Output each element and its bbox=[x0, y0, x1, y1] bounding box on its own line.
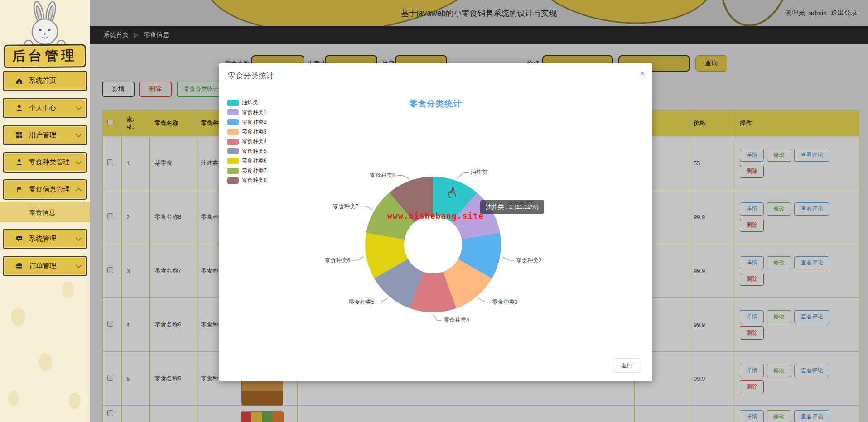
legend-swatch bbox=[227, 119, 239, 125]
sidebar-item-label: 用户管理 bbox=[29, 131, 56, 139]
slice-label: 零食种类2 bbox=[516, 257, 542, 264]
chevron-down-icon bbox=[76, 235, 82, 241]
donut-hole bbox=[404, 216, 462, 273]
sidebar-item-0[interactable]: 系统首页 bbox=[3, 71, 87, 91]
row-checkbox[interactable] bbox=[107, 410, 113, 416]
breadcrumb: 系统首页 ▷ 零食信息 bbox=[90, 26, 868, 44]
row-checkbox[interactable] bbox=[107, 321, 113, 327]
logout-link[interactable]: 退出登录 bbox=[831, 9, 857, 17]
close-icon[interactable]: × bbox=[640, 69, 645, 78]
breadcrumb-home[interactable]: 系统首页 bbox=[103, 31, 129, 39]
detail-button[interactable]: 详情 bbox=[740, 410, 764, 422]
slice-label: 零食种类8 bbox=[370, 172, 395, 178]
detail-button[interactable]: 详情 bbox=[740, 256, 764, 269]
sidebar-subitem[interactable]: 零食信息 bbox=[0, 202, 90, 222]
view-comments-button[interactable]: 查看评论 bbox=[794, 202, 829, 216]
watermark-text: www.bishebang.site bbox=[219, 211, 652, 221]
row-index bbox=[122, 406, 150, 422]
sidebar-item-2[interactable]: 用户管理 bbox=[3, 125, 87, 145]
sidebar-menu: 系统首页个人中心用户管理零食种类管理零食信息管理零食信息系统管理订单管理 bbox=[0, 71, 90, 283]
chevron-down-icon bbox=[76, 104, 82, 110]
legend-item[interactable]: 零食种类6 bbox=[227, 156, 267, 166]
row-delete-button[interactable]: 删除 bbox=[740, 380, 764, 393]
edit-button[interactable]: 修改 bbox=[767, 364, 791, 377]
sidebar-item-label: 零食种类管理 bbox=[29, 158, 70, 167]
row-delete-button[interactable]: 删除 bbox=[740, 326, 764, 340]
row-checkbox[interactable] bbox=[107, 213, 113, 219]
sidebar-item-1[interactable]: 个人中心 bbox=[3, 98, 87, 118]
page-title: 基于javaweb的小零食销售系统的设计与实现 bbox=[90, 0, 868, 26]
edit-button[interactable]: 修改 bbox=[767, 149, 791, 162]
row-delete-button[interactable]: 删除 bbox=[740, 219, 764, 232]
edit-button[interactable]: 修改 bbox=[767, 410, 791, 422]
snack-name: 零食名称5 bbox=[150, 352, 196, 406]
row-checkbox[interactable] bbox=[107, 267, 113, 273]
sidebar-item-4[interactable]: 零食信息管理 bbox=[3, 179, 87, 200]
category-stats-button[interactable]: 零食分类统计 bbox=[177, 82, 226, 97]
legend-item[interactable]: 零食种类8 bbox=[227, 176, 267, 186]
sidebar-item-3[interactable]: 零食种类管理 bbox=[3, 152, 87, 173]
legend-item[interactable]: 零食种类2 bbox=[227, 117, 267, 127]
legend-swatch bbox=[227, 100, 239, 106]
legend-swatch bbox=[227, 148, 239, 154]
column-header: 零食名称 bbox=[150, 111, 196, 136]
column-header: 索. 引. bbox=[122, 111, 150, 136]
legend-swatch bbox=[227, 129, 239, 135]
row-index: 4 bbox=[122, 298, 150, 352]
dialog-title: 零食分类统计 bbox=[228, 71, 274, 81]
row-delete-button[interactable]: 删除 bbox=[740, 165, 764, 178]
delete-button[interactable]: 删除 bbox=[139, 82, 172, 97]
legend-item[interactable]: 零食种类7 bbox=[227, 166, 267, 176]
column-header bbox=[103, 111, 122, 136]
product-image bbox=[241, 411, 284, 422]
legend-swatch bbox=[227, 158, 239, 164]
detail-button[interactable]: 详情 bbox=[740, 364, 764, 377]
edit-button[interactable]: 修改 bbox=[767, 202, 791, 216]
sidebar-item-label: 系统管理 bbox=[29, 235, 56, 243]
legend-label: 零食种类5 bbox=[242, 148, 267, 155]
view-comments-button[interactable]: 查看评论 bbox=[794, 310, 829, 323]
home-icon bbox=[15, 77, 23, 85]
detail-button[interactable]: 详情 bbox=[740, 310, 764, 323]
add-button[interactable]: 新增 bbox=[102, 82, 135, 97]
chart-legend: 油炸类零食种类1零食种类2零食种类3零食种类4零食种类5零食种类6零食种类7零食… bbox=[227, 98, 267, 186]
legend-item[interactable]: 零食种类5 bbox=[227, 147, 267, 157]
detail-button[interactable]: 详情 bbox=[740, 149, 764, 162]
detail-button[interactable]: 详情 bbox=[740, 202, 764, 216]
legend-label: 零食种类3 bbox=[242, 128, 267, 136]
back-button[interactable]: 返回 bbox=[614, 358, 640, 373]
row-index: 2 bbox=[122, 190, 150, 244]
edit-button[interactable]: 修改 bbox=[767, 310, 791, 323]
search-button[interactable]: 查询 bbox=[695, 55, 727, 72]
chevron-up-icon bbox=[76, 187, 82, 193]
legend-item[interactable]: 零食种类3 bbox=[227, 127, 267, 137]
breadcrumb-separator-icon: ▷ bbox=[134, 32, 138, 38]
edit-button[interactable]: 修改 bbox=[767, 256, 791, 269]
view-comments-button[interactable]: 查看评论 bbox=[794, 364, 829, 377]
row-actions: 详情修改查看评论删除 bbox=[740, 149, 853, 178]
legend-item[interactable]: 零食种类4 bbox=[227, 137, 267, 147]
view-comments-button[interactable]: 查看评论 bbox=[794, 149, 829, 162]
sidebar-item-5[interactable]: 系统管理 bbox=[3, 229, 87, 249]
legend-label: 零食种类4 bbox=[242, 138, 267, 145]
view-comments-button[interactable]: 查看评论 bbox=[794, 256, 829, 269]
legend-item[interactable]: 零食种类1 bbox=[227, 108, 267, 118]
sidebar-item-6[interactable]: 订单管理 bbox=[3, 256, 87, 276]
sidebar-item-label: 系统首页 bbox=[29, 77, 56, 85]
legend-label: 零食种类1 bbox=[242, 109, 267, 116]
column-header: 价格 bbox=[689, 111, 735, 136]
row-checkbox[interactable] bbox=[107, 159, 113, 165]
row-checkbox[interactable] bbox=[107, 375, 113, 381]
legend-item[interactable]: 油炸类 bbox=[227, 98, 267, 108]
row-actions: 详情修改查看评论删除 bbox=[740, 256, 853, 286]
row-actions: 详情修改查看评论删除 bbox=[740, 410, 853, 422]
slice-label: 零食种类5 bbox=[348, 299, 374, 305]
row-delete-button[interactable]: 删除 bbox=[740, 273, 764, 286]
select-all-checkbox[interactable] bbox=[107, 120, 113, 125]
header-bar: 基于javaweb的小零食销售系统的设计与实现 管理员 admin 退出登录 bbox=[90, 0, 868, 26]
snack-name: 零食名称7 bbox=[150, 244, 196, 298]
slice-label: 零食种类4 bbox=[444, 317, 469, 323]
slice-label: 油炸类 bbox=[470, 169, 488, 175]
view-comments-button[interactable]: 查看评论 bbox=[794, 410, 829, 422]
column-header: 操作 bbox=[735, 111, 859, 136]
